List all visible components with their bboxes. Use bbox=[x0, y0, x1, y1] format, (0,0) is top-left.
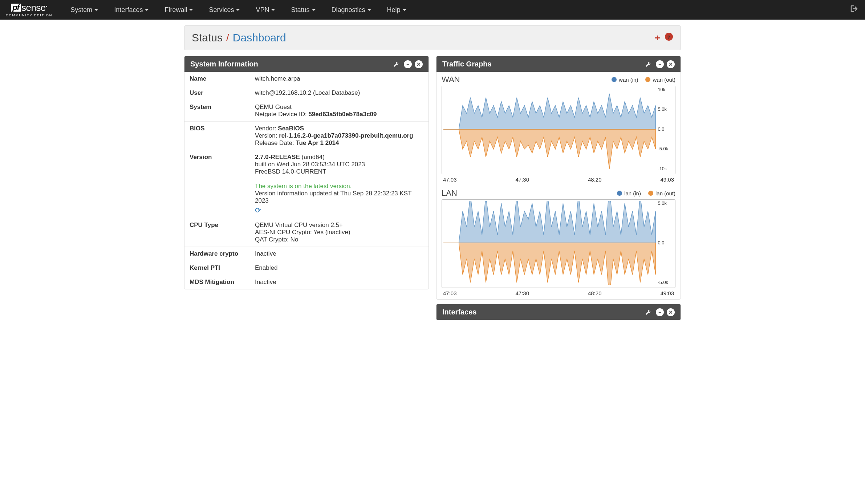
lan-graph: LAN lan (in) lan (out) 5.0k0.0-5.0k 47:0… bbox=[436, 186, 681, 299]
close-icon[interactable]: ✕ bbox=[667, 60, 675, 68]
widget-header: Interfaces − ✕ bbox=[436, 304, 681, 320]
logo[interactable]: pfsense● COMMUNITY EDITION bbox=[6, 3, 52, 17]
widget-title: Traffic Graphs bbox=[442, 60, 492, 68]
minimize-icon[interactable]: − bbox=[404, 60, 412, 68]
legend-dot-out bbox=[648, 191, 653, 196]
nav-diagnostics[interactable]: Diagnostics bbox=[324, 3, 378, 17]
widget-title: Interfaces bbox=[442, 308, 477, 316]
wrench-icon[interactable] bbox=[645, 60, 653, 68]
chevron-down-icon bbox=[94, 9, 98, 11]
graph-name: LAN bbox=[442, 188, 457, 198]
graph-name: WAN bbox=[442, 75, 460, 84]
navbar: pfsense● COMMUNITY EDITION System Interf… bbox=[0, 0, 865, 20]
svg-text:5.0k: 5.0k bbox=[658, 201, 667, 206]
legend-dot-out bbox=[645, 77, 650, 82]
nav-status[interactable]: Status bbox=[284, 3, 322, 17]
svg-text:0.0: 0.0 bbox=[658, 126, 664, 132]
wrench-icon[interactable] bbox=[393, 60, 401, 68]
x-axis-labels: 47:0347:3048:2049:03 bbox=[442, 290, 675, 296]
breadcrumb-page[interactable]: Dashboard bbox=[233, 32, 286, 44]
chevron-down-icon bbox=[189, 9, 193, 11]
chevron-down-icon bbox=[367, 9, 371, 11]
widget-title: System Information bbox=[190, 60, 258, 68]
legend-dot-in bbox=[617, 191, 622, 196]
table-row: Namewitch.home.arpa bbox=[184, 72, 429, 86]
chevron-down-icon bbox=[403, 9, 406, 11]
page-header: Status / Dashboard + ? bbox=[184, 25, 681, 50]
widget-header: Traffic Graphs − ✕ bbox=[436, 56, 681, 72]
table-row: Version2.7.0-RELEASE (amd64)built on Wed… bbox=[184, 150, 429, 218]
breadcrumb-section: Status bbox=[192, 32, 223, 44]
lan-chart-svg: 5.0k0.0-5.0k bbox=[443, 201, 674, 285]
wan-graph: WAN wan (in) wan (out) 10k5.0k0.0-5.0k-1… bbox=[436, 72, 681, 186]
chevron-down-icon bbox=[236, 9, 240, 11]
traffic-graphs-widget: Traffic Graphs − ✕ WAN wan (in) wan (out… bbox=[436, 56, 681, 300]
minimize-icon[interactable]: − bbox=[656, 308, 664, 316]
refresh-icon[interactable]: ⟳ bbox=[255, 206, 261, 215]
nav-vpn[interactable]: VPN bbox=[248, 3, 282, 17]
close-icon[interactable]: ✕ bbox=[415, 60, 423, 68]
table-row: Userwitch@192.168.10.2 (Local Database) bbox=[184, 86, 429, 100]
minimize-icon[interactable]: − bbox=[656, 60, 664, 68]
chevron-down-icon bbox=[312, 9, 316, 11]
nav-help[interactable]: Help bbox=[380, 3, 414, 17]
svg-text:?: ? bbox=[667, 34, 670, 40]
svg-text:0.0: 0.0 bbox=[658, 240, 664, 245]
legend: lan (in) lan (out) bbox=[617, 190, 675, 196]
wan-chart-svg: 10k5.0k0.0-5.0k-10k bbox=[443, 88, 674, 171]
table-row: CPU TypeQEMU Virtual CPU version 2.5+AES… bbox=[184, 218, 429, 247]
nav-system[interactable]: System bbox=[63, 3, 105, 17]
svg-text:10k: 10k bbox=[658, 88, 665, 92]
interfaces-widget: Interfaces − ✕ bbox=[436, 304, 681, 320]
nav-firewall[interactable]: Firewall bbox=[157, 3, 200, 17]
close-icon[interactable]: ✕ bbox=[667, 308, 675, 316]
chevron-down-icon bbox=[145, 9, 149, 11]
logo-subtitle: COMMUNITY EDITION bbox=[6, 13, 52, 17]
table-row: Kernel PTIEnabled bbox=[184, 261, 429, 275]
svg-text:-5.0k: -5.0k bbox=[658, 146, 668, 151]
table-row: Hardware cryptoInactive bbox=[184, 247, 429, 261]
logout-icon[interactable] bbox=[850, 5, 859, 15]
nav-services[interactable]: Services bbox=[202, 3, 247, 17]
add-widget-icon[interactable]: + bbox=[655, 32, 660, 44]
table-row: BIOSVendor: SeaBIOSVersion: rel-1.16.2-0… bbox=[184, 122, 429, 150]
table-row: SystemQEMU GuestNetgate Device ID: 59ed6… bbox=[184, 100, 429, 122]
svg-text:5.0k: 5.0k bbox=[658, 106, 667, 112]
legend: wan (in) wan (out) bbox=[612, 77, 675, 83]
nav-interfaces[interactable]: Interfaces bbox=[107, 3, 156, 17]
system-information-widget: System Information − ✕ Namewitch.home.ar… bbox=[184, 56, 429, 289]
svg-text:-10k: -10k bbox=[658, 166, 667, 171]
table-row: MDS MitigationInactive bbox=[184, 275, 429, 289]
svg-text:-5.0k: -5.0k bbox=[658, 280, 668, 285]
breadcrumb-separator: / bbox=[226, 32, 229, 44]
x-axis-labels: 47:0347:3048:2049:03 bbox=[442, 176, 675, 183]
widget-header: System Information − ✕ bbox=[184, 56, 429, 72]
system-info-table: Namewitch.home.arpa Userwitch@192.168.10… bbox=[184, 72, 429, 289]
chevron-down-icon bbox=[271, 9, 275, 11]
wrench-icon[interactable] bbox=[645, 308, 653, 316]
help-icon[interactable]: ? bbox=[665, 32, 673, 44]
nav-items: System Interfaces Firewall Services VPN … bbox=[63, 3, 850, 17]
legend-dot-in bbox=[612, 77, 617, 82]
